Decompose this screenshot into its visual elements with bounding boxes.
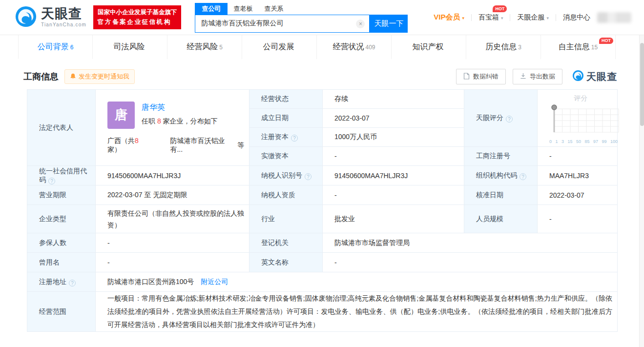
clear-search-icon[interactable]: ×	[356, 20, 365, 28]
notify-on-change-button[interactable]: 发生变更时通知我	[64, 69, 135, 84]
search-button[interactable]: 天眼一下	[370, 15, 408, 33]
chevron-down-icon: ▾	[462, 16, 464, 20]
legal-rep-company-short[interactable]: 防城港市百沃铝业有...	[170, 137, 230, 154]
message-center-link[interactable]: 消息中心	[563, 13, 590, 22]
tab-operating-status[interactable]: 经营状况409	[317, 35, 392, 59]
tianyancha-company-page: 天眼查 TianYanCha.com 国家中小企业发展子基金旗下 官方备案企业征…	[0, 0, 644, 347]
vip-member-link[interactable]: VIP会员▾	[434, 13, 464, 22]
registered-address-cell: 防城港市港口区贵州路100号 附近公司	[96, 272, 618, 292]
reg-number-value: -	[538, 147, 618, 166]
search-tab-boss[interactable]: 查老板	[228, 3, 258, 15]
staff-size-label: 人员规模	[464, 205, 538, 233]
help-icon[interactable]: ?	[291, 135, 298, 142]
tab-judicial-risk[interactable]: 司法风险	[93, 35, 167, 59]
former-name-value: -	[96, 253, 249, 272]
tab-company-background[interactable]: 公司背景6	[18, 35, 93, 59]
chevron-down-icon: ▾	[546, 16, 549, 20]
search-input[interactable]	[195, 15, 369, 32]
hot-badge: HOT	[599, 38, 613, 44]
download-icon	[520, 73, 526, 81]
tianyancha-logo-icon	[15, 5, 37, 30]
registered-address-label: 注册地址?	[27, 272, 96, 292]
bell-icon	[70, 73, 76, 81]
chevron-down-icon: ▾	[501, 16, 503, 20]
tianyancha-logo[interactable]: 天眼查 TianYanCha.com	[15, 5, 86, 30]
paid-capital-value: -	[323, 147, 464, 166]
former-name-label: 曾用名	[27, 253, 96, 272]
tab-company-development[interactable]: 公司发展	[242, 35, 317, 59]
registered-address-value: 防城港市港口区贵州路100号	[107, 278, 194, 286]
english-name-value: -	[323, 253, 618, 272]
registry-value: 防城港市市场监督管理局	[323, 233, 618, 253]
approval-date-value: 2022-03-07	[538, 185, 618, 205]
data-correction-button[interactable]: 数据纠错	[456, 69, 506, 84]
registry-label: 登记机关	[249, 233, 323, 253]
vertical-scrollbar[interactable]	[639, 35, 644, 347]
tianyan-score-chart: 评分 0131550859799100	[538, 90, 618, 147]
help-icon[interactable]: ?	[506, 116, 513, 122]
logo-text: 天眼查	[41, 6, 82, 21]
tab-history-info[interactable]: 历史信息3	[466, 35, 541, 59]
section-title: 工商信息	[23, 71, 59, 82]
business-scope-label: 经营范围	[27, 292, 96, 332]
approval-date-label: 核准日期	[464, 185, 538, 205]
insured-count-value: -	[96, 233, 249, 253]
credit-code-label: 统一社会信用代码?	[27, 166, 96, 185]
credit-code-value: 91450600MAA7HLJR3J	[96, 166, 249, 185]
divider	[471, 14, 472, 21]
taxpayer-quality-value: -	[323, 185, 464, 205]
legal-rep-etc: 等	[237, 141, 244, 150]
status-label: 经营状态	[249, 90, 323, 109]
help-icon[interactable]: ?	[48, 178, 55, 184]
gov-badge-line1: 国家中小企业发展子基金旗下	[98, 8, 177, 17]
top-header: 天眼查 TianYanCha.com 国家中小企业发展子基金旗下 官方备案企业征…	[0, 0, 644, 35]
search-tab-relation[interactable]: 查关系	[258, 3, 289, 15]
established-label: 成立日期	[249, 109, 323, 128]
legal-rep-avatar[interactable]: 唐	[107, 102, 135, 129]
taxpayer-quality-label: 纳税人资质	[249, 185, 323, 205]
divider	[510, 14, 510, 21]
taxpayer-id-label: 纳税人识别号?	[249, 166, 323, 185]
search-tab-company[interactable]: 查公司	[195, 3, 228, 15]
user-avatar-blurred[interactable]	[597, 12, 631, 23]
english-name-label: 英文名称	[249, 253, 323, 272]
industry-value: 批发业	[323, 205, 464, 233]
export-data-button[interactable]: 导出数据	[513, 69, 562, 84]
legal-rep-cell: 唐 唐华英 任职 8 家企业，分布如下 广西（共8家） 防城港市百沃铝业有...…	[96, 90, 249, 166]
business-info-section-head: 工商信息 发生变更时通知我 数据纠错 导出数据	[0, 59, 644, 89]
business-term-label: 营业期限	[27, 185, 96, 205]
legal-rep-region[interactable]: 广西（共8家）	[107, 137, 147, 154]
score-axis-ticks: 0131550859799100	[549, 139, 618, 144]
status-value: 存续	[323, 90, 464, 109]
search-tabs: 查公司 查老板 查关系	[195, 3, 409, 15]
reg-capital-value: 1000万人民币	[323, 128, 464, 147]
help-icon[interactable]: ?	[305, 173, 312, 180]
tianyancha-watermark-logo: 天眼查	[572, 70, 617, 83]
hot-badge: HOT	[493, 5, 507, 12]
legal-rep-label: 法定代表人	[27, 90, 96, 166]
business-info-table: 法定代表人 唐 唐华英 任职 8 家企业，分布如下 广西（共8家） 防城港市百沃…	[27, 89, 617, 332]
taxpayer-id-value: 91450600MAA7HLJR3J	[323, 166, 464, 185]
help-icon[interactable]: ?	[519, 173, 526, 180]
legal-rep-name-link[interactable]: 唐华英	[142, 102, 218, 113]
document-icon	[463, 73, 470, 81]
help-icon[interactable]: ?	[69, 280, 76, 286]
industry-label: 行业	[249, 205, 323, 233]
score-chart-title: 评分	[549, 94, 612, 103]
divider	[556, 14, 556, 21]
paid-capital-label: 实缴资本	[249, 147, 323, 166]
tab-operating-risk[interactable]: 经营风险5	[167, 35, 242, 59]
insured-count-label: 参保人数	[27, 233, 96, 253]
top-nav-links: VIP会员▾ HOT 百宝箱▾ 天眼企服▾ 消息中心	[434, 12, 631, 23]
tianyan-score-label: 天眼评分?	[464, 90, 538, 147]
toolbox-link[interactable]: HOT 百宝箱▾	[478, 13, 503, 22]
gov-badge-line2: 官方备案企业征信机构	[98, 18, 177, 27]
tab-intellectual-property[interactable]: 知识产权	[392, 35, 466, 59]
staff-size-value: -	[538, 205, 618, 233]
tab-self-published-info[interactable]: 自主信息15HOT	[541, 35, 616, 59]
gov-certification-badge: 国家中小企业发展子基金旗下 官方备案企业征信机构	[93, 5, 182, 29]
nearby-companies-link[interactable]: 附近公司	[201, 278, 228, 286]
enterprise-service-link[interactable]: 天眼企服▾	[517, 13, 549, 22]
org-code-value: MAA7HLJR3	[538, 166, 618, 185]
scrollbar-thumb[interactable]	[640, 43, 644, 126]
